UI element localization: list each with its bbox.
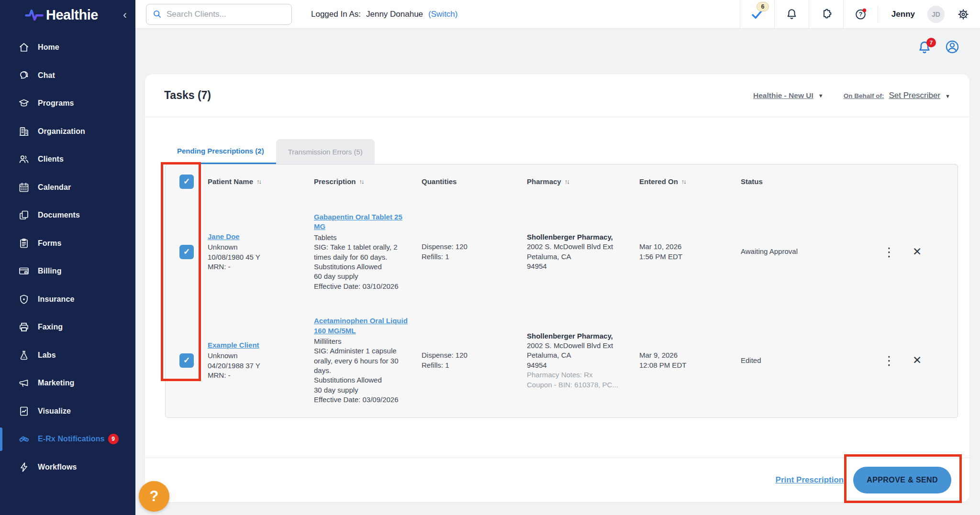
quantities-cell: Dispense: 120 Refills: 1: [422, 351, 527, 370]
sidebar-item-label: Programs: [38, 99, 74, 108]
sidebar-item-organization[interactable]: Organization: [0, 118, 135, 146]
erx-count-badge: 9: [108, 434, 119, 444]
sidebar-item-billing[interactable]: $ Billing: [0, 257, 135, 285]
logged-in-as: Logged In As: Jenny Donahue (Switch): [311, 10, 457, 19]
sidebar-item-insurance[interactable]: Insurance: [0, 285, 135, 314]
spacer: [145, 418, 969, 458]
help-fab-button[interactable]: ?: [139, 481, 169, 512]
row-checkbox-cell: ✓: [179, 245, 194, 259]
sidebar-item-programs[interactable]: Programs: [0, 89, 135, 118]
sidebar-item-visualize[interactable]: Visualize: [0, 397, 135, 426]
sidebar-item-label: Chat: [38, 71, 55, 80]
chevron-down-icon: ▼: [818, 93, 824, 99]
kebab-menu-icon[interactable]: ⋮: [883, 354, 895, 367]
rx-form: Milliliters: [314, 337, 409, 346]
row-checkbox-cell: ✓: [179, 353, 194, 368]
sidebar-item-label: Labs: [38, 351, 56, 360]
on-behalf-dropdown[interactable]: On Behalf of: Set Prescriber ▼: [844, 91, 950, 100]
prescription-link[interactable]: Acetaminophen Oral Liquid 160 MG/5ML: [314, 316, 409, 336]
entered-on-cell: Mar 9, 2026 12:08 PM EDT: [639, 351, 741, 370]
sidebar-item-erx-notifications[interactable]: E-Rx Notifications 9: [0, 425, 135, 453]
patient-cell: Example Client Unknown 04/20/1988 37 Y M…: [208, 340, 314, 381]
patient-link[interactable]: Jane Doe: [208, 232, 240, 241]
rx-substitutions: Substitutions Allowed: [314, 262, 409, 272]
col-status: Status: [741, 177, 876, 186]
help-button[interactable]: ?: [843, 0, 878, 29]
erx-notifications-bell[interactable]: 7: [917, 40, 932, 55]
rx-sig: SIG: Take 1 tablet orally, 2 times daily…: [314, 242, 409, 262]
switch-user-link[interactable]: (Switch): [428, 10, 457, 19]
sidebar-item-label: Calendar: [38, 183, 71, 192]
sidebar-item-workflows[interactable]: Workflows: [0, 453, 135, 482]
check-icon: ✓: [183, 355, 190, 366]
ui-version-dropdown[interactable]: Healthie - New UI ▼: [753, 91, 824, 100]
rx-form: Tablets: [314, 233, 409, 242]
sidebar-item-forms[interactable]: Forms: [0, 230, 135, 258]
row-checkbox[interactable]: ✓: [179, 353, 194, 368]
sort-icon[interactable]: ↑↓: [565, 177, 569, 186]
billing-card-icon: $: [18, 265, 30, 277]
sort-icon[interactable]: ↑↓: [681, 177, 686, 186]
healthie-pulse-icon: [25, 8, 44, 22]
patient-mrn: MRN: -: [208, 262, 301, 272]
row-checkbox[interactable]: ✓: [179, 245, 194, 259]
patient-link[interactable]: Example Client: [208, 340, 259, 350]
col-entered-on: Entered On↑↓: [639, 177, 741, 186]
pharmacy-zip: 94954: [527, 262, 627, 271]
chat-icon: [18, 70, 30, 81]
on-behalf-value: Set Prescriber: [889, 91, 940, 100]
card-header: Tasks (7) Healthie - New UI ▼ On Behalf …: [145, 74, 969, 117]
entered-date: Mar 10, 2026: [639, 242, 728, 252]
integrations-button[interactable]: [809, 0, 843, 29]
people-icon: [18, 153, 30, 165]
puzzle-icon: [820, 8, 833, 21]
sidebar-item-faxing[interactable]: Faxing: [0, 313, 135, 341]
avatar[interactable]: JD: [927, 6, 945, 23]
sidebar-item-marketing[interactable]: Marketing: [0, 369, 135, 397]
sidebar-collapse-icon[interactable]: ‹: [123, 9, 127, 21]
sort-icon[interactable]: ↑↓: [359, 177, 364, 186]
remove-icon[interactable]: ✕: [913, 355, 922, 366]
home-icon: [18, 42, 30, 53]
remove-icon[interactable]: ✕: [913, 246, 922, 257]
tasks-check-button[interactable]: 6: [740, 0, 774, 29]
search-icon: [152, 9, 162, 19]
sidebar-item-home[interactable]: Home: [0, 33, 135, 62]
actions-cell: ⋮ ✕: [876, 354, 958, 367]
prescription-link[interactable]: Gabapentin Oral Tablet 25 MG: [314, 212, 409, 232]
sidebar: Healthie ‹ Home Chat Programs Organizati…: [0, 0, 135, 515]
sidebar-item-documents[interactable]: Documents: [0, 201, 135, 230]
search-input[interactable]: [167, 10, 286, 19]
pharmacy-address2: Petaluma, CA: [527, 252, 627, 262]
client-search[interactable]: [146, 4, 292, 25]
sidebar-item-clients[interactable]: Clients: [0, 145, 135, 174]
page: Healthie ‹ Home Chat Programs Organizati…: [0, 0, 980, 515]
notifications-button[interactable]: [774, 0, 809, 29]
page-title: Tasks (7): [164, 89, 211, 102]
entered-date: Mar 9, 2026: [639, 351, 728, 360]
table-header-row: ✓ Patient Name↑↓ Prescription↑↓ Quantiti…: [166, 164, 958, 200]
graduation-cap-icon: [18, 98, 30, 109]
approve-and-send-button[interactable]: APPROVE & SEND: [853, 467, 951, 493]
megaphone-icon: [18, 377, 30, 389]
card-footer: Print Prescription APPROVE & SEND: [145, 458, 969, 502]
actions-cell: ⋮ ✕: [876, 246, 958, 258]
prescriber-profile-button[interactable]: [945, 39, 961, 55]
tab-pending-prescriptions[interactable]: Pending Prescriptions (2): [165, 139, 276, 164]
print-prescription-link[interactable]: Print Prescription: [776, 475, 844, 485]
qty-refills: Refills: 1: [422, 361, 514, 370]
sidebar-item-labs[interactable]: Labs: [0, 341, 135, 370]
sort-icon[interactable]: ↑↓: [256, 177, 261, 186]
gear-icon[interactable]: [957, 8, 969, 21]
col-quantities: Quantities: [422, 177, 527, 186]
bell-icon: [785, 8, 798, 21]
select-all-checkbox[interactable]: ✓: [179, 175, 194, 189]
sidebar-item-label: Workflows: [38, 463, 77, 471]
brand-name: Healthie: [46, 7, 98, 23]
status-badge: Awaiting Approval: [741, 247, 798, 255]
prescriptions-table: ✓ Patient Name↑↓ Prescription↑↓ Quantiti…: [165, 164, 958, 418]
kebab-menu-icon[interactable]: ⋮: [883, 246, 895, 258]
sidebar-item-chat[interactable]: Chat: [0, 62, 135, 90]
sidebar-item-calendar[interactable]: Calendar: [0, 174, 135, 202]
tab-transmission-errors[interactable]: Transmission Errors (5): [276, 139, 375, 164]
